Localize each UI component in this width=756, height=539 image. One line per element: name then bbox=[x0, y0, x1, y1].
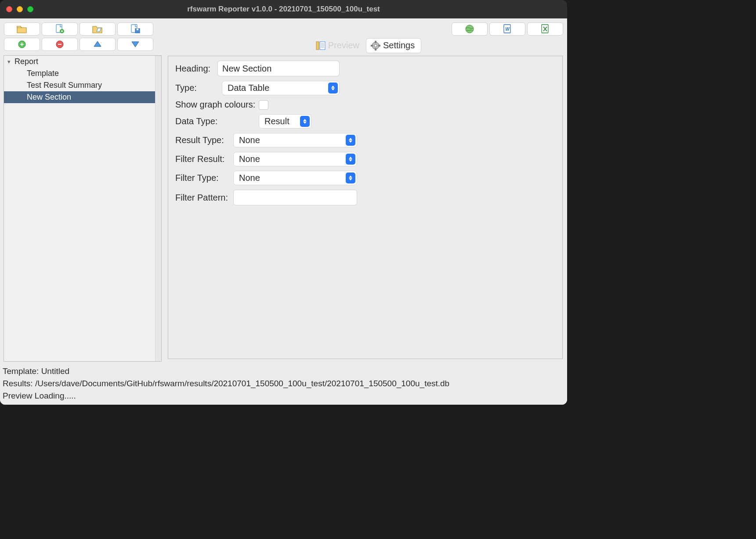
tab-preview-label: Preview bbox=[328, 40, 359, 50]
svg-rect-16 bbox=[375, 49, 376, 50]
filter-result-label: Filter Result: bbox=[175, 154, 229, 164]
globe-icon bbox=[465, 24, 474, 34]
export-html-button[interactable] bbox=[452, 22, 488, 36]
tree-toolbar bbox=[0, 37, 165, 54]
minimize-window-button[interactable] bbox=[17, 6, 23, 12]
show-graph-colours-checkbox[interactable] bbox=[259, 100, 268, 110]
new-file-button[interactable] bbox=[42, 22, 78, 36]
row-type: Type: Data Table bbox=[175, 81, 555, 95]
content-area: ▾ Report Template Test Result Summary Ne… bbox=[0, 37, 567, 363]
row-filter-result: Filter Result: None bbox=[175, 152, 555, 166]
chevron-updown-icon bbox=[300, 116, 310, 127]
filter-type-label: Filter Type: bbox=[175, 173, 229, 183]
move-up-button[interactable] bbox=[80, 38, 116, 51]
tab-settings[interactable]: Settings bbox=[366, 38, 421, 53]
filter-pattern-input[interactable] bbox=[233, 190, 357, 205]
export-word-button[interactable]: W bbox=[489, 22, 525, 36]
open-file-icon bbox=[92, 25, 103, 33]
svg-rect-15 bbox=[375, 41, 376, 43]
svg-rect-11 bbox=[316, 42, 319, 50]
window-title: rfswarm Reporter v1.0.0 - 20210701_15050… bbox=[187, 5, 380, 14]
type-select-value: Data Table bbox=[228, 83, 269, 93]
svg-text:W: W bbox=[505, 27, 510, 32]
new-file-icon bbox=[55, 24, 65, 34]
tree-scrollbar[interactable] bbox=[155, 56, 161, 361]
row-filter-type: Filter Type: None bbox=[175, 171, 555, 185]
traffic-lights bbox=[6, 6, 33, 12]
open-file-button[interactable] bbox=[80, 22, 116, 36]
data-type-value: Result bbox=[264, 116, 289, 126]
row-filter-pattern: Filter Pattern: bbox=[175, 190, 555, 205]
heading-input[interactable] bbox=[217, 61, 340, 76]
top-toolbar: W bbox=[0, 18, 567, 37]
tree-item-new-section[interactable]: New Section bbox=[4, 91, 161, 103]
data-type-select[interactable]: Result bbox=[259, 114, 311, 129]
tree-item-label: Test Result Summary bbox=[27, 81, 102, 90]
left-pane: ▾ Report Template Test Result Summary Ne… bbox=[0, 37, 165, 363]
show-graph-colours-label: Show graph colours: bbox=[175, 100, 255, 110]
save-file-button[interactable] bbox=[117, 22, 153, 36]
status-template: Template: Untitled bbox=[3, 365, 564, 377]
result-type-value: None bbox=[239, 135, 260, 145]
row-result-type: Result Type: None bbox=[175, 133, 555, 147]
filter-pattern-label: Filter Pattern: bbox=[175, 193, 232, 203]
svg-rect-18 bbox=[379, 45, 380, 46]
settings-panel: Heading: Type: Data Table Show graph col… bbox=[168, 56, 563, 359]
result-type-label: Result Type: bbox=[175, 135, 229, 145]
chevron-updown-icon bbox=[346, 135, 355, 146]
triangle-up-icon bbox=[94, 41, 101, 48]
tree-item-label: Template bbox=[27, 69, 59, 78]
close-window-button[interactable] bbox=[6, 6, 12, 12]
type-label: Type: bbox=[175, 83, 214, 93]
tree-item-template[interactable]: Template bbox=[4, 68, 161, 79]
save-file-icon bbox=[130, 24, 141, 34]
section-tree[interactable]: ▾ Report Template Test Result Summary Ne… bbox=[4, 55, 162, 362]
type-select[interactable]: Data Table bbox=[222, 81, 340, 95]
tab-settings-label: Settings bbox=[383, 40, 415, 50]
status-bar: Template: Untitled Results: /Users/dave/… bbox=[0, 363, 567, 405]
remove-section-button[interactable] bbox=[42, 38, 78, 51]
row-data-type: Data Type: Result bbox=[175, 114, 555, 129]
tree-root-report[interactable]: ▾ Report bbox=[4, 56, 161, 68]
data-type-label: Data Type: bbox=[175, 116, 259, 126]
word-doc-icon: W bbox=[503, 24, 512, 34]
open-folder-button[interactable] bbox=[4, 22, 40, 36]
minus-circle-icon bbox=[55, 40, 64, 49]
export-excel-button[interactable] bbox=[527, 22, 563, 36]
status-preview: Preview Loading..... bbox=[3, 390, 564, 402]
toolbar-right-group: W bbox=[452, 22, 563, 36]
plus-circle-icon bbox=[18, 40, 26, 49]
tree-wrap: ▾ Report Template Test Result Summary Ne… bbox=[0, 54, 165, 363]
open-folder-icon bbox=[17, 25, 27, 33]
move-down-button[interactable] bbox=[117, 38, 153, 51]
filter-type-select[interactable]: None bbox=[233, 171, 357, 185]
right-pane: Preview Settings Heading: Type: bbox=[165, 37, 567, 363]
filter-type-value: None bbox=[239, 173, 260, 183]
heading-label: Heading: bbox=[175, 64, 215, 74]
gear-icon bbox=[371, 41, 380, 50]
toolbar-left-group bbox=[4, 22, 153, 36]
maximize-window-button[interactable] bbox=[27, 6, 33, 12]
add-section-button[interactable] bbox=[4, 38, 40, 51]
result-type-select[interactable]: None bbox=[233, 133, 357, 147]
status-results: Results: /Users/dave/Documents/GitHub/rf… bbox=[3, 377, 564, 390]
svg-point-14 bbox=[374, 44, 377, 47]
row-heading: Heading: bbox=[175, 61, 555, 76]
chevron-updown-icon bbox=[346, 172, 355, 183]
excel-doc-icon bbox=[541, 24, 550, 34]
app-body: W bbox=[0, 18, 567, 405]
tab-row: Preview Settings bbox=[165, 37, 567, 53]
tab-preview[interactable]: Preview bbox=[311, 38, 366, 53]
svg-point-5 bbox=[466, 25, 474, 33]
filter-result-value: None bbox=[239, 154, 260, 164]
chevron-down-icon: ▾ bbox=[7, 58, 14, 65]
svg-rect-4 bbox=[137, 29, 138, 30]
triangle-down-icon bbox=[131, 41, 139, 48]
titlebar: rfswarm Reporter v1.0.0 - 20210701_15050… bbox=[0, 0, 567, 18]
row-show-graph-colours: Show graph colours: bbox=[175, 100, 555, 110]
chevron-updown-icon bbox=[346, 154, 355, 165]
svg-rect-12 bbox=[320, 42, 325, 50]
filter-result-select[interactable]: None bbox=[233, 152, 357, 166]
tree-item-label: New Section bbox=[27, 93, 71, 102]
tree-item-test-result-summary[interactable]: Test Result Summary bbox=[4, 79, 161, 91]
